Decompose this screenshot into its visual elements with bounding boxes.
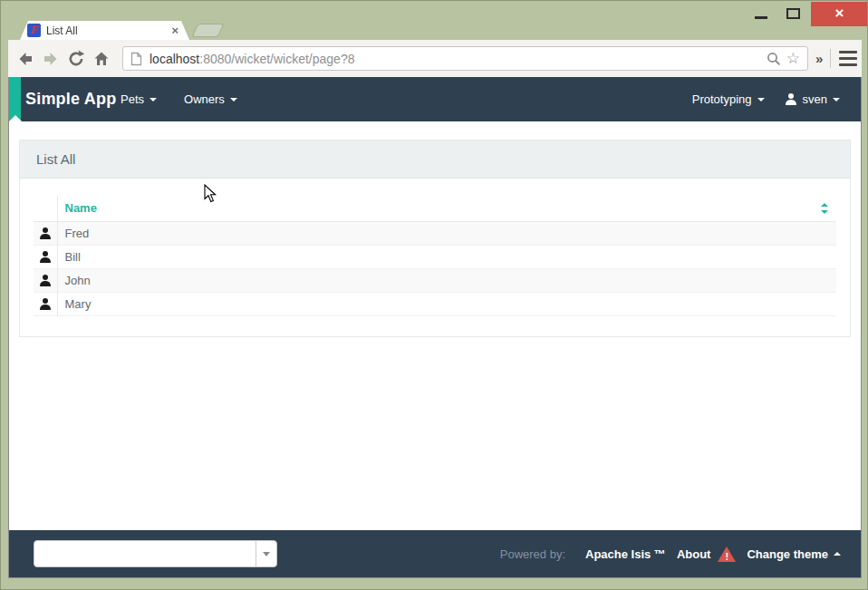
app-brand[interactable]: Simple App [25,77,116,121]
results-table: Name Fred Bi [34,196,836,316]
table-row: John [34,268,836,292]
main-content: List All Name [9,121,861,337]
caret-down-icon [833,98,840,102]
user-icon [785,93,797,105]
table-row: Bill [34,245,836,268]
new-tab-button[interactable] [192,24,225,37]
change-theme-link[interactable]: Change theme [747,547,841,561]
toolbar-separator [830,49,831,68]
bookmark-star-icon[interactable]: ☆ [786,51,800,66]
footer-links: Powered by: Apache Isis ™ About Change t… [500,546,841,562]
window-maximize-button[interactable] [780,5,805,26]
close-icon: × [835,5,844,22]
page-content: Simple App Pets Owners Prototyping sven … [8,77,862,578]
page-icon [130,52,142,66]
person-icon [40,227,51,240]
table-header-row: Name [34,196,836,221]
reload-icon [67,50,85,68]
browser-window: × F List All × [0,0,868,590]
menu-pets[interactable]: Pets [107,77,170,121]
menu-user[interactable]: sven [775,77,850,121]
app-navbar: Simple App Pets Owners Prototyping sven [9,77,861,121]
table-row: Mary [34,292,836,315]
menu-prototyping[interactable]: Prototyping [682,77,775,121]
forward-arrow-icon [42,50,60,68]
entity-link[interactable]: Mary [57,292,836,315]
window-minimize-button[interactable] [747,5,773,26]
list-all-panel: List All Name [19,140,851,337]
zoom-icon[interactable] [767,52,781,66]
name-column-header[interactable]: Name [57,196,836,221]
maximize-icon [786,8,800,19]
minimize-icon [755,16,767,19]
sort-icon[interactable] [821,203,829,214]
person-icon [40,298,51,311]
warning-icon[interactable] [718,546,736,562]
footer-select[interactable] [34,540,277,567]
url-path: :8080/wicket/wicket/page?8 [199,52,354,66]
panel-body: Name Fred Bi [20,179,850,316]
entity-link[interactable]: Fred [57,221,836,245]
about-link[interactable]: About [677,547,711,561]
person-icon [40,275,51,287]
caret-down-icon [149,98,157,102]
extensions-overflow-button[interactable]: » [815,51,823,66]
select-dropdown-arrow[interactable] [256,541,276,566]
forward-button[interactable] [39,48,63,70]
browser-toolbar: localhost:8080/wicket/wicket/page?8 ☆ » [8,40,862,77]
person-icon [40,251,51,264]
address-bar[interactable]: localhost:8080/wicket/wicket/page?8 ☆ [122,46,808,71]
back-arrow-icon [16,50,34,68]
caret-up-icon [834,552,841,556]
apache-isis-link[interactable]: Apache Isis ™ [585,547,666,561]
icon-column-header [34,196,57,221]
favicon-icon: F [27,24,41,37]
menu-owners[interactable]: Owners [170,77,251,121]
panel-header: List All [20,140,850,179]
tab-title: List All [46,24,171,37]
browser-menu-button[interactable] [839,51,857,66]
entity-link[interactable]: John [57,268,836,292]
back-button[interactable] [14,48,37,70]
url-text: localhost:8080/wicket/wicket/page?8 [149,52,354,66]
app-footer: Powered by: Apache Isis ™ About Change t… [9,530,861,577]
browser-tab[interactable]: F List All × [20,21,189,40]
caret-down-icon [230,98,237,102]
table-row: Fred [34,221,836,245]
tab-close-icon[interactable]: × [171,24,178,36]
window-close-button[interactable]: × [811,2,868,26]
home-icon [92,50,111,68]
reload-button[interactable] [64,48,88,70]
navbar-notch [9,115,22,121]
url-host: localhost [149,52,199,66]
entity-link[interactable]: Bill [57,245,836,268]
panel-title: List All [20,140,850,179]
powered-by-label: Powered by: [500,547,565,561]
caret-down-icon [757,98,765,102]
home-button[interactable] [90,48,113,70]
